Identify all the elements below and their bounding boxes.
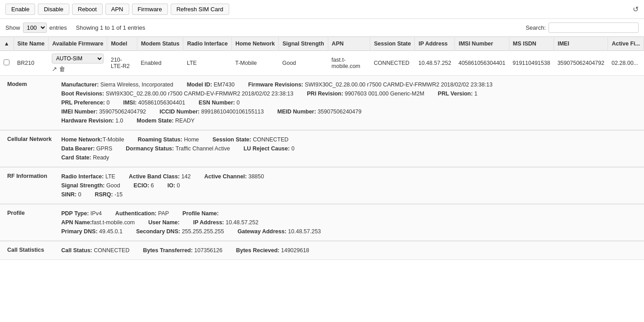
modem-fields: Manufacturer: Sierra Wireless, Incorpora… <box>61 80 637 125</box>
rf-sinr: SINR: 0 <box>61 191 81 198</box>
modem-detail-row: Modem Manufacturer: Sierra Wireless, Inc… <box>0 76 644 131</box>
cellular-detail-inner: Cellular Network Home Network:T-Mobile R… <box>0 131 644 167</box>
col-imsi-number: IMSI Number <box>455 37 509 51</box>
cellular-line-3: Card State: Ready <box>61 153 637 162</box>
col-sort[interactable]: ▲ <box>0 37 14 51</box>
enable-button[interactable]: Enable <box>5 4 35 15</box>
modem-line-5: Hardware Revision: 1.0 Modem State: READ… <box>61 116 637 125</box>
call-stats-detail-cell: Call Statistics Call Status: CONNECTED B… <box>0 241 644 260</box>
rf-section-label: RF Information <box>7 172 61 179</box>
modem-pri-revision: PRI Revision: 9907603 001.000 Generic-M2… <box>307 91 425 97</box>
profile-ip-address: IP Address: 10.48.57.252 <box>193 219 259 226</box>
show-entries: Show 100 25 50 entries <box>5 23 67 33</box>
cellular-dormancy-status: Dormancy Status: Traffic Channel Active <box>126 145 230 152</box>
col-radio-interface: Radio Interface <box>183 37 231 51</box>
profile-gateway-address: Gateway Address: 10.48.57.253 <box>237 228 321 235</box>
modem-line-2: Boot Revisions: SWI9X30C_02.28.00.00 r75… <box>61 89 637 98</box>
modem-line-3: PRL Preference: 0 IMSI: 405861056304401 … <box>61 98 637 107</box>
rf-io: IO: 0 <box>168 182 180 189</box>
profile-line-3: Primary DNS: 49.45.0.1 Secondary DNS: 25… <box>61 227 637 236</box>
col-apn: APN <box>328 37 370 51</box>
firmware-delete-icon[interactable]: 🗑 <box>59 65 65 73</box>
col-session-state: Session State <box>370 37 415 51</box>
profile-primary-dns: Primary DNS: 49.45.0.1 <box>61 228 122 235</box>
modem-section-label: Modem <box>7 80 61 87</box>
call-stats-detail-row: Call Statistics Call Status: CONNECTED B… <box>0 241 644 260</box>
modem-line-4: IMEI Number: 359075062404792 ICCID Numbe… <box>61 107 637 116</box>
modem-prl-preference: PRL Preference: 0 <box>61 100 109 106</box>
profile-pdp-type: PDP Type: IPv4 <box>61 210 102 217</box>
rf-signal-strength: Signal Strength: Good <box>61 182 120 189</box>
toolbar: Enable Disable Reboot APN Firmware Refre… <box>0 0 644 19</box>
cellular-detail-cell: Cellular Network Home Network:T-Mobile R… <box>0 131 644 168</box>
cell-apn: fast.t-mobile.com <box>328 51 370 76</box>
refresh-icon[interactable]: ↺ <box>633 5 639 14</box>
entries-label: entries <box>50 24 67 31</box>
cellular-lu-reject-cause: LU Reject Cause: 0 <box>244 145 295 152</box>
rf-detail-row: RF Information Radio Interface: LTE Acti… <box>0 168 644 204</box>
entries-select[interactable]: 100 25 50 <box>23 23 47 33</box>
col-model: Model <box>107 37 137 51</box>
cell-radio-interface: LTE <box>183 51 231 76</box>
profile-line-2: APN Name:fast.t-mobile.com User Name: IP… <box>61 218 637 227</box>
search-label: Search: <box>526 24 546 31</box>
bytes-transferred: Bytes Transferred: 107356126 <box>143 247 222 254</box>
modem-iccid-number: ICCID Number: 89918610400106155113 <box>159 109 263 115</box>
modem-imsi: IMSI: 405861056304401 <box>123 100 185 106</box>
profile-line-1: PDP Type: IPv4 Authentication: PAP Profi… <box>61 209 637 218</box>
search-input[interactable] <box>549 23 639 33</box>
cellular-card-state: Card State: Ready <box>61 154 109 161</box>
rf-radio-interface: Radio Interface: LTE <box>61 173 115 180</box>
modem-manufacturer: Manufacturer: Sierra Wireless, Incorpora… <box>61 82 173 88</box>
modem-prl-version: PRL Version: 1 <box>438 91 477 97</box>
modem-detail-inner: Modem Manufacturer: Sierra Wireless, Inc… <box>0 76 644 130</box>
profile-profile-name: Profile Name: <box>182 210 219 217</box>
table-header-row: ▲ Site Name Available Firmware Model Mod… <box>0 37 644 51</box>
modem-modem-state: Modem State: READY <box>137 118 195 124</box>
col-modem-status: Modem Status <box>137 37 183 51</box>
modem-meid-number: MEID Number: 35907506240479 <box>277 109 362 115</box>
profile-section-label: Profile <box>7 209 61 216</box>
profile-detail-inner: Profile PDP Type: IPv4 Authentication: P… <box>0 204 644 241</box>
firmware-button[interactable]: Firmware <box>132 4 168 15</box>
cellular-section-label: Cellular Network <box>7 135 61 142</box>
cell-active-fi: 02.28.00... <box>608 51 644 76</box>
cell-imei: 359075062404792 <box>554 51 608 76</box>
cell-modem-status: Enabled <box>137 51 183 76</box>
main-table: ▲ Site Name Available Firmware Model Mod… <box>0 36 644 260</box>
cellular-detail-row: Cellular Network Home Network:T-Mobile R… <box>0 131 644 168</box>
profile-authentication: Authentication: PAP <box>115 210 169 217</box>
row-checkbox[interactable] <box>4 59 9 65</box>
cell-signal-strength: Good <box>279 51 328 76</box>
showing-text: Showing 1 to 1 of 1 entries <box>76 24 145 31</box>
rf-line-1: Radio Interface: LTE Active Band Class: … <box>61 172 637 181</box>
cellular-fields: Home Network:T-Mobile Roaming Status: Ho… <box>61 135 637 162</box>
cell-home-network: T-Mobile <box>231 51 279 76</box>
call-status: Call Status: CONNECTED <box>61 247 129 254</box>
reboot-button[interactable]: Reboot <box>72 4 103 15</box>
col-home-network: Home Network <box>231 37 279 51</box>
table-wrapper: ▲ Site Name Available Firmware Model Mod… <box>0 36 644 260</box>
firmware-upload-icon[interactable]: ↗ <box>52 65 57 73</box>
rf-active-channel: Active Channel: 38850 <box>204 173 264 180</box>
profile-fields: PDP Type: IPv4 Authentication: PAP Profi… <box>61 209 637 236</box>
cell-site-name: BR210 <box>14 51 48 76</box>
bytes-received: Bytes Recieved: 149029618 <box>236 247 309 254</box>
modem-detail-cell: Modem Manufacturer: Sierra Wireless, Inc… <box>0 76 644 131</box>
rf-ecio: ECIO: 6 <box>134 182 154 189</box>
call-stats-fields: Call Status: CONNECTED Bytes Transferred… <box>61 246 637 255</box>
call-stats-detail-inner: Call Statistics Call Status: CONNECTED B… <box>0 241 644 259</box>
table-row: BR210 AUTO-SIM ↗ 🗑 210-LTE-R2 Enabled LT… <box>0 51 644 76</box>
refresh-sim-button[interactable]: Refresh SIM Card <box>171 4 229 15</box>
rf-line-2: Signal Strength: Good ECIO: 6 IO: 0 <box>61 181 637 190</box>
modem-model-id: Model ID: EM7430 <box>187 82 235 88</box>
rf-line-3: SINR: 0 RSRQ: -15 <box>61 190 637 199</box>
disable-button[interactable]: Disable <box>38 4 69 15</box>
profile-detail-cell: Profile PDP Type: IPv4 Authentication: P… <box>0 204 644 241</box>
col-ms-isdn: MS ISDN <box>509 37 553 51</box>
profile-apn-name: APN Name:fast.t-mobile.com <box>61 219 135 226</box>
call-stats-section-label: Call Statistics <box>7 246 61 253</box>
modem-hardware-revision: Hardware Revision: 1.0 <box>61 118 123 124</box>
firmware-select[interactable]: AUTO-SIM <box>52 54 103 63</box>
apn-button[interactable]: APN <box>105 4 129 15</box>
